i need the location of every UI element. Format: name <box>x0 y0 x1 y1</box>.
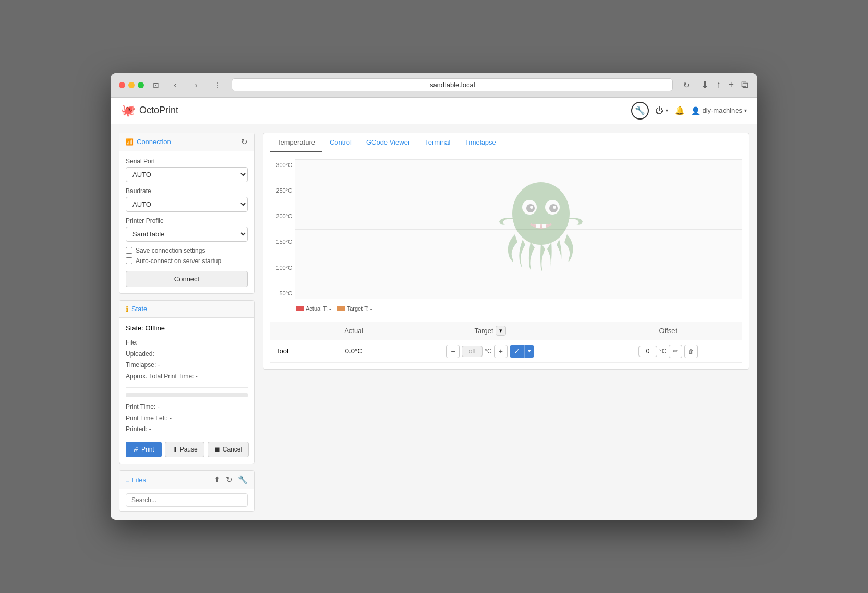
reload-button[interactable]: ↻ <box>679 79 694 91</box>
y-label-100: 100°C <box>271 265 292 271</box>
chart-y-axis: 300°C 250°C 200°C 150°C 100°C 50°C <box>270 159 295 299</box>
svg-point-5 <box>530 206 533 209</box>
temperature-table: Actual Target ▾ Offset <box>270 322 742 363</box>
power-button[interactable]: ⏻ ▾ <box>655 106 668 115</box>
save-connection-checkbox[interactable] <box>126 247 132 254</box>
chart-area <box>295 159 742 299</box>
sidebar-toggle-button[interactable]: ⊡ <box>150 79 162 91</box>
power-dropdown-icon: ▾ <box>666 108 668 113</box>
y-label-150: 150°C <box>271 239 292 245</box>
legend-target-label: Target T: - <box>347 305 372 312</box>
tab-temperature[interactable]: Temperature <box>270 133 322 152</box>
notifications-button[interactable]: 🔔 <box>674 105 685 115</box>
back-button[interactable]: ‹ <box>168 79 183 91</box>
share-icon[interactable]: ↑ <box>715 78 722 91</box>
auto-connect-checkbox[interactable] <box>126 257 132 264</box>
tool-offset-cell: °C ✏ 🗑 <box>594 340 742 362</box>
close-button[interactable] <box>119 82 125 88</box>
temp-confirm-dropdown-button[interactable]: ▾ <box>524 345 534 358</box>
files-panel: ≡ Files ⬆ ↻ 🔧 <box>119 470 255 512</box>
offset-edit-button[interactable]: ✏ <box>669 345 682 358</box>
app-header-right: 🔧 ⏻ ▾ 🔔 👤 diy-machines ▾ <box>631 102 747 120</box>
tabs-panel: Temperature Control GCode Viewer Termina… <box>263 133 749 370</box>
temp-target-group: − °C + ✓ ▾ <box>392 345 587 358</box>
settings-wrench-button[interactable]: 🔧 <box>631 102 649 120</box>
temp-confirm-button[interactable]: ✓ <box>510 345 524 358</box>
connection-checkboxes: Save connection settings Auto-connect on… <box>126 247 248 265</box>
baudrate-label: Baudrate <box>126 187 248 195</box>
temp-target-input[interactable] <box>462 346 483 357</box>
octoprint-logo-icon: 🐙 <box>121 104 135 117</box>
browser-window: ⊡ ‹ › ⋮ ↻ ⬇ ↑ + ⧉ 🐙 OctoPrint 🔧 ⏻ ▾ 🔔 👤 <box>111 73 757 520</box>
col-header-offset: Offset <box>594 322 742 340</box>
tool-name: Tool <box>270 340 321 362</box>
printed: Printed: - <box>126 424 248 435</box>
new-tab-icon[interactable]: + <box>727 78 735 91</box>
octopus-watermark <box>489 172 593 276</box>
approx-time-info: Approx. Total Print Time: - <box>126 371 248 383</box>
tab-overview-icon[interactable]: ⧉ <box>740 78 749 91</box>
cancel-icon: ⏹ <box>214 446 221 453</box>
offset-input[interactable] <box>638 346 657 357</box>
connect-button[interactable]: Connect <box>126 271 248 287</box>
user-menu-button[interactable]: 👤 diy-machines ▾ <box>691 106 747 115</box>
files-wrench-button[interactable]: 🔧 <box>238 475 248 484</box>
state-panel-body: State: Offline File: Uploaded: Timelapse… <box>119 318 254 464</box>
auto-connect-checkbox-label[interactable]: Auto-connect on server startup <box>126 257 248 265</box>
tab-content-temperature: 300°C 250°C 200°C 150°C 100°C 50°C <box>263 152 749 369</box>
tab-terminal[interactable]: Terminal <box>417 133 457 152</box>
app-header: 🐙 OctoPrint 🔧 ⏻ ▾ 🔔 👤 diy-machines ▾ <box>111 98 757 124</box>
state-panel: ℹ State State: Offline File: Uploaded: T… <box>119 300 255 464</box>
pause-button[interactable]: ⏸ Pause <box>165 442 204 457</box>
baudrate-group: Baudrate AUTO <box>126 187 248 212</box>
print-time-left: Print Time Left: - <box>126 413 248 424</box>
print-button[interactable]: 🖨 Print <box>126 442 162 457</box>
print-icon: 🖨 <box>133 446 139 453</box>
state-info: File: Uploaded: Timelapse: - Approx. Tot… <box>126 337 248 382</box>
table-row: Tool 0.0°C − °C + ✓ <box>270 340 742 362</box>
target-dropdown-button[interactable]: ▾ <box>496 326 506 336</box>
printer-profile-select[interactable]: SandTable <box>126 227 248 242</box>
user-icon: 👤 <box>691 106 700 115</box>
connection-refresh-button[interactable]: ↻ <box>241 137 248 147</box>
save-connection-checkbox-label[interactable]: Save connection settings <box>126 247 248 254</box>
offset-delete-button[interactable]: 🗑 <box>684 345 698 358</box>
file-info: File: <box>126 337 248 349</box>
sidebar: 📶 Connection ↻ Serial Port AUTO Baudrate <box>119 133 255 512</box>
tab-timelapse[interactable]: Timelapse <box>457 133 503 152</box>
maximize-button[interactable] <box>138 82 144 88</box>
reader-view-icon: ⋮ <box>210 81 225 89</box>
app-logo: 🐙 OctoPrint <box>121 104 178 117</box>
serial-port-select[interactable]: AUTO <box>126 167 248 182</box>
files-search-input[interactable] <box>126 493 248 507</box>
print-time: Print Time: - <box>126 401 248 413</box>
files-panel-title: ≡ Files <box>126 476 146 484</box>
temp-increase-button[interactable]: + <box>494 345 508 358</box>
files-upload-button[interactable]: ⬆ <box>214 475 221 484</box>
temp-decrease-button[interactable]: − <box>446 345 460 358</box>
files-refresh-button[interactable]: ↻ <box>226 475 233 484</box>
uploaded-info: Uploaded: <box>126 349 248 360</box>
forward-button[interactable]: › <box>189 79 203 91</box>
download-icon[interactable]: ⬇ <box>700 78 710 92</box>
files-actions: ⬆ ↻ 🔧 <box>214 475 248 484</box>
print-progress-bar <box>126 393 248 397</box>
print-time-info: Print Time: - Print Time Left: - Printed… <box>126 401 248 435</box>
address-bar[interactable] <box>232 78 673 91</box>
svg-rect-7 <box>536 224 540 228</box>
svg-point-0 <box>512 182 570 245</box>
tab-gcode-viewer[interactable]: GCode Viewer <box>359 133 417 152</box>
y-label-200: 200°C <box>271 213 292 219</box>
state-panel-header: ℹ State <box>119 301 254 318</box>
serial-port-label: Serial Port <box>126 158 248 165</box>
minimize-button[interactable] <box>128 82 135 88</box>
baudrate-select[interactable]: AUTO <box>126 197 248 212</box>
grid-line-1 <box>295 159 742 160</box>
tab-control[interactable]: Control <box>322 133 359 152</box>
col-header-target: Target ▾ <box>386 322 594 340</box>
connection-panel-title: 📶 Connection <box>126 138 171 146</box>
legend-target-color <box>337 306 345 311</box>
legend-target: Target T: - <box>337 305 372 312</box>
printer-profile-group: Printer Profile SandTable <box>126 217 248 242</box>
cancel-button[interactable]: ⏹ Cancel <box>208 442 249 457</box>
